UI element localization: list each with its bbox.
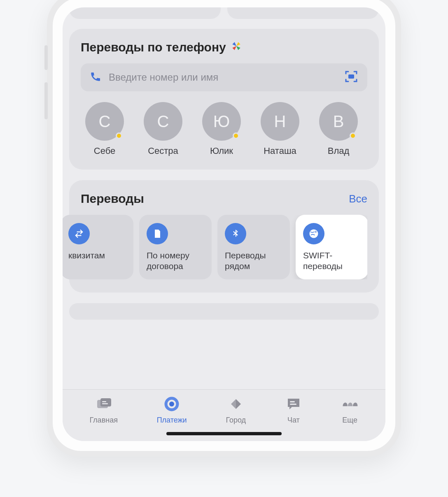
device-inner: Переводы по телефону xyxy=(53,0,395,451)
card-peek xyxy=(69,303,379,320)
tabbar: Главная Платежи Город xyxy=(63,389,385,441)
avatar: Н xyxy=(261,102,299,141)
contact-item[interactable]: Ю Юлик xyxy=(198,102,245,156)
chat-icon xyxy=(285,395,302,413)
scan-icon[interactable]: +7 xyxy=(344,70,358,85)
contact-item[interactable]: С Себе xyxy=(81,102,128,156)
stage: Переводы по телефону xyxy=(0,0,448,497)
phone-search-field[interactable]: +7 xyxy=(81,63,367,91)
all-link[interactable]: Все xyxy=(349,193,367,205)
tab-more[interactable]: Еще xyxy=(341,395,359,425)
arrows-icon xyxy=(68,223,90,244)
tile-label: квизитам xyxy=(68,250,126,261)
device-side-button xyxy=(44,82,48,119)
tab-label: Еще xyxy=(342,416,357,425)
svg-text:+7: +7 xyxy=(349,75,353,79)
phone-transfers-title: Переводы по телефону xyxy=(81,40,226,54)
content-scroll[interactable]: Переводы по телефону xyxy=(63,7,385,389)
city-icon xyxy=(227,395,245,413)
phone-search-input[interactable] xyxy=(109,72,337,83)
payments-icon xyxy=(163,395,180,413)
svg-point-13 xyxy=(169,402,174,406)
tab-payments[interactable]: Платежи xyxy=(157,395,187,425)
svg-marker-3 xyxy=(232,46,236,50)
contact-item[interactable]: Н Наташа xyxy=(256,102,304,156)
tab-home[interactable]: Главная xyxy=(89,395,118,425)
sbp-icon xyxy=(231,40,242,54)
contact-item[interactable]: С Сестра xyxy=(139,102,187,156)
contact-name: Сестра xyxy=(148,146,178,156)
tab-label: Главная xyxy=(89,416,118,425)
card-title: Переводы по телефону xyxy=(81,40,242,54)
tab-label: Город xyxy=(226,416,246,425)
transfer-tile[interactable]: По номеру договора xyxy=(139,215,212,279)
tab-city[interactable]: Город xyxy=(226,395,246,425)
contact-name: Наташа xyxy=(264,146,296,156)
svg-marker-2 xyxy=(236,46,240,50)
svg-point-6 xyxy=(310,230,318,238)
globe-icon xyxy=(303,223,324,244)
transfer-tile[interactable]: квизитам xyxy=(63,215,133,279)
tab-label: Платежи xyxy=(157,416,187,425)
avatar-initial: Н xyxy=(274,112,286,131)
status-badge xyxy=(350,132,356,139)
contact-item[interactable]: В Влад xyxy=(315,102,362,156)
screen: Переводы по телефону xyxy=(63,7,385,441)
contact-name: Влад xyxy=(328,146,350,156)
tile-label: Переводы рядом xyxy=(225,250,282,272)
svg-marker-0 xyxy=(232,42,236,46)
bluetooth-icon xyxy=(225,223,246,244)
avatar-initial: С xyxy=(157,112,169,131)
tile-label: По номеру договора xyxy=(147,250,204,272)
tab-chat[interactable]: Чат xyxy=(285,395,302,425)
svg-marker-1 xyxy=(236,42,240,46)
avatar: Ю xyxy=(202,102,241,141)
avatar-initial: В xyxy=(333,112,344,131)
card-header: Переводы Все xyxy=(81,192,367,206)
phone-transfers-card: Переводы по телефону xyxy=(69,29,379,170)
svg-rect-10 xyxy=(102,401,106,402)
avatar: С xyxy=(144,102,182,141)
transfer-tile[interactable]: Переводы рядом xyxy=(217,215,290,279)
svg-marker-14 xyxy=(231,399,236,409)
more-icon xyxy=(341,395,359,413)
avatar-initial: Ю xyxy=(213,112,230,131)
device-side-button xyxy=(44,45,48,70)
contact-name: Юлик xyxy=(210,146,233,156)
document-icon xyxy=(147,223,168,244)
svg-rect-16 xyxy=(290,401,295,402)
transfers-title: Переводы xyxy=(81,192,144,206)
card-header: Переводы по телефону xyxy=(81,40,367,54)
tab-label: Чат xyxy=(287,416,300,425)
transfer-tiles-row[interactable]: квизитам По номеру договора xyxy=(63,215,367,279)
stub-row xyxy=(69,7,379,19)
avatar: В xyxy=(319,102,358,141)
contact-name: Себе xyxy=(94,146,115,156)
svg-rect-17 xyxy=(290,404,296,405)
svg-marker-15 xyxy=(236,399,241,409)
home-icon xyxy=(95,395,112,413)
transfers-title-wrap: Переводы xyxy=(81,192,144,206)
transfer-tile-swift[interactable]: SWIFT-переводы xyxy=(296,215,367,279)
home-indicator[interactable] xyxy=(166,432,282,435)
svg-rect-9 xyxy=(100,398,111,406)
status-badge xyxy=(233,132,239,139)
avatar: С xyxy=(85,102,124,141)
stub-card xyxy=(227,7,379,19)
transfers-card: Переводы Все квизитам xyxy=(69,180,379,293)
tile-label: SWIFT-переводы xyxy=(303,250,361,272)
status-badge xyxy=(116,132,122,139)
avatar-initial: С xyxy=(99,112,111,131)
device-frame: Переводы по телефону xyxy=(47,0,401,457)
contacts-row[interactable]: С Себе С Сестра xyxy=(81,102,367,156)
stub-card xyxy=(69,7,221,19)
svg-point-7 xyxy=(315,231,317,233)
phone-icon xyxy=(90,71,101,84)
svg-rect-11 xyxy=(102,403,108,404)
